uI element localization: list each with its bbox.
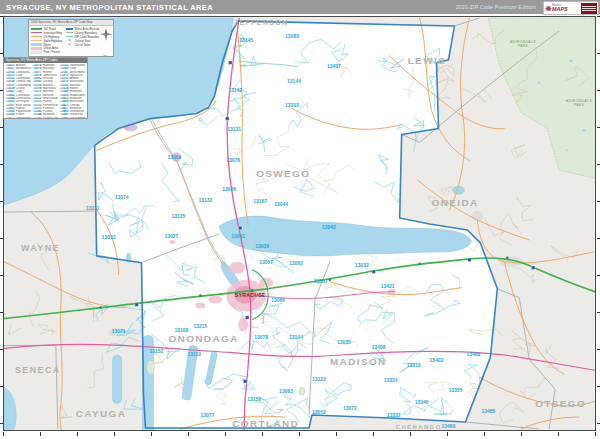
zip-code-label: 13077 — [200, 413, 214, 418]
county-label: OTSEGO — [535, 398, 586, 409]
county-label: WAYNE — [21, 243, 60, 253]
edition-label: 2020 ZIP Code Premium Edition — [456, 4, 536, 10]
zip-code-label: 13037 — [314, 279, 328, 284]
zip-code-label: 13111 — [86, 206, 100, 211]
zip-code-label: 13310 — [407, 363, 421, 368]
county-label: JEFFERSON — [234, 19, 288, 26]
county-label: OSWEGO — [256, 168, 310, 179]
zip-code-label: 13082 — [289, 261, 303, 266]
legend-swatch — [31, 47, 42, 50]
map-frame: ADIRONDACKPARKADIRONDACKPARKJEFFERSONLEW… — [3, 16, 596, 431]
zip-code-label: 13036 — [222, 187, 236, 192]
publisher-logo: ❋ Market MAPS — [543, 1, 599, 15]
zip-code-label: 13159 — [247, 397, 261, 402]
zip-code-label: 13110 — [188, 352, 202, 357]
zip-code-label: 13332 — [387, 413, 401, 418]
logo-brand: MAPS — [552, 7, 568, 13]
park-label: PARK — [518, 44, 529, 48]
zip-code-label: 13437 — [327, 64, 341, 69]
map-title: SYRACUSE, NY METROPOLITAN STATISTICAL AR… — [6, 3, 213, 12]
zip-code-label: 13334 — [384, 378, 398, 383]
legend-symbol-list: Metro Area BoundaryCounty BoundaryZIP Co… — [66, 27, 99, 54]
map-document: SYRACUSE, NY METROPOLITAN STATISTICAL AR… — [0, 0, 600, 439]
zip-code-label: 13355 — [449, 388, 463, 393]
zip-code-label: 13104 — [289, 335, 303, 340]
zip-code-label: 13072 — [343, 406, 357, 411]
legend-swatch — [66, 32, 73, 33]
legend-item: ●City or Town — [66, 43, 99, 47]
legend-line-swatches: Toll RoadInterstate HwyUS HighwayState H… — [31, 27, 66, 54]
zip-code-label: 13069 — [168, 155, 182, 160]
ruler-ticks-bottom — [3, 432, 596, 436]
legend-swatch — [66, 36, 73, 37]
zip-code-label: 13108 — [174, 328, 188, 333]
zip-code-label: 13132 — [198, 198, 212, 203]
zip-code-label: 13421 — [381, 284, 395, 289]
zip-code-label: 13076 — [226, 158, 240, 163]
county-label: ONONDAGA — [168, 333, 238, 344]
zip-code-label: 13041 — [231, 234, 245, 239]
zip-code-label: 13063 — [279, 389, 293, 394]
zip-code-label: 13480 — [466, 352, 480, 357]
compass-logo-icon: ❋ — [545, 5, 551, 12]
zip-code-label: 13033 — [102, 235, 116, 240]
zip-code-label: 13083 — [285, 34, 299, 39]
zip-code-label: 13044 — [274, 202, 288, 207]
zip-code-label: 13035 — [337, 340, 351, 345]
zip-index-row: 13485West Edmeston — [60, 117, 85, 119]
legend-swatch — [31, 32, 42, 33]
zip-code-label: 13142 — [228, 88, 242, 93]
legend-swatch — [31, 43, 42, 46]
zip-code-label: 13402 — [430, 358, 444, 363]
zip-code-label: 13460 — [442, 424, 456, 429]
zip-code-label: 13039 — [255, 244, 269, 249]
map-canvas: ADIRONDACKPARKADIRONDACKPARKJEFFERSONLEW… — [4, 17, 595, 430]
zip-code-label: 13485 — [481, 409, 495, 414]
zip-code-index: Syracuse, NY Metro Area ZIP Codes 13021A… — [3, 57, 88, 119]
logo-side-panel — [581, 3, 597, 14]
zip-code-label: 13145 — [239, 38, 253, 43]
park-label: PARK — [574, 103, 585, 107]
county-label: MADISON — [330, 356, 387, 367]
zip-code-label: 13032 — [355, 263, 369, 268]
zip-code-label: 13302 — [285, 103, 299, 108]
zip-code-label: 13131 — [227, 127, 241, 132]
legend: 2020 Syracuse, NY Metro Area ZIP Code Ma… — [28, 19, 114, 57]
legend-swatch — [66, 28, 73, 29]
zip-code-label: 13144 — [287, 79, 301, 84]
county-label: SENECA — [15, 365, 61, 375]
zip-code-label: 13122 — [312, 377, 326, 382]
county-label: ONEIDA — [432, 197, 479, 208]
legend-swatch: ● — [66, 43, 73, 47]
zip-code-label: 13408 — [372, 345, 386, 350]
zip-code-label: 13021 — [112, 329, 126, 334]
zip-code-label: 13042 — [322, 225, 336, 230]
zip-code-label: 13215 — [193, 324, 207, 329]
legend-swatch — [31, 36, 42, 37]
county-label: CORTLAND — [232, 418, 299, 429]
zip-index-row: 13072Georgetown — [6, 117, 31, 119]
county-label: LEWIS — [408, 55, 446, 66]
zip-index-row: 13145Sandy Creek — [33, 117, 58, 119]
zip-code-label: 13167 — [253, 199, 267, 204]
zip-code-label: 13027 — [165, 234, 179, 239]
zip-code-label: 13057 — [259, 260, 273, 265]
county-label: CAYUGA — [76, 408, 127, 419]
title-bar: SYRACUSE, NY METROPOLITAN STATISTICAL AR… — [0, 0, 600, 14]
legend-swatch — [31, 28, 42, 29]
legend-swatch — [31, 40, 42, 41]
zip-code-label: 13346 — [415, 400, 429, 405]
zip-code-label: 13074 — [115, 195, 129, 200]
zip-code-label: 13078 — [254, 335, 268, 340]
legend-item-label: City or Town — [75, 43, 91, 47]
zip-code-label: 13066 — [271, 298, 285, 303]
city-label: SYRACUSE — [235, 293, 266, 298]
compass-rose-icon — [99, 27, 112, 54]
zip-code-label: 13152 — [150, 349, 164, 354]
county-label: CHENANGO — [396, 424, 442, 430]
zip-code-label: 13052 — [312, 410, 326, 415]
zip-code-label: 13135 — [171, 214, 185, 219]
